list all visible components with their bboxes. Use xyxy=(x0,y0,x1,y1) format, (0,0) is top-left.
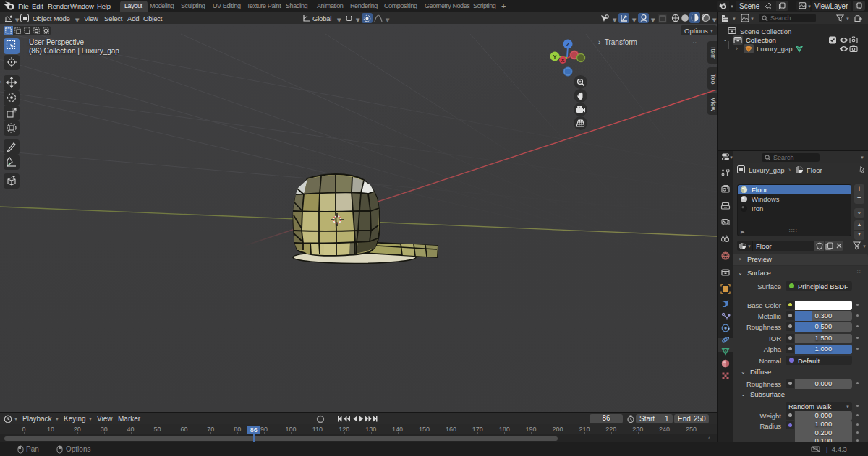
svg-text:Y: Y xyxy=(553,53,557,60)
svg-text:X: X xyxy=(561,58,565,63)
svg-text:Z: Z xyxy=(566,41,570,48)
